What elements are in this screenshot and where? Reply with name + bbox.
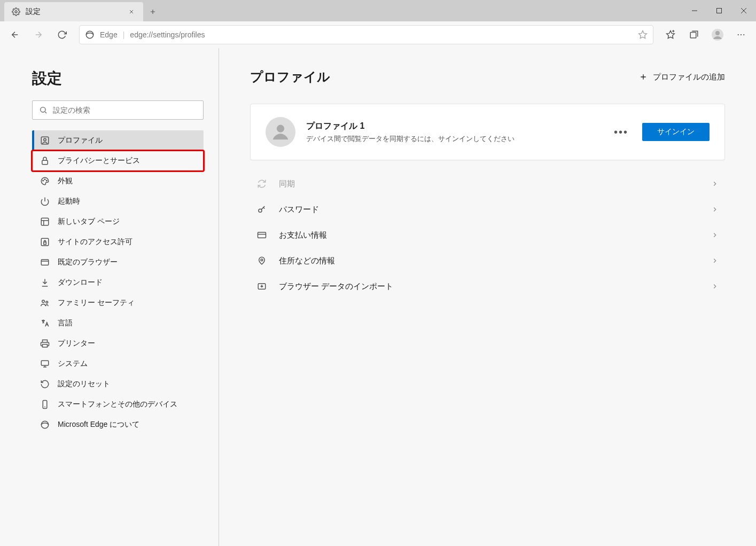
- sidebar-item-site-lock[interactable]: サイトのアクセス許可: [32, 232, 204, 252]
- settings-sidebar: 設定 プロファイルプライバシーとサービス外観起動時新しいタブ ページサイトのアク…: [0, 48, 219, 546]
- power-icon: [40, 197, 50, 206]
- settings-search[interactable]: [32, 100, 204, 120]
- sidebar-item-window-grid[interactable]: 新しいタブ ページ: [32, 212, 204, 232]
- svg-marker-3: [639, 31, 647, 38]
- sidebar-item-label: 起動時: [58, 197, 80, 206]
- profile-more-button[interactable]: •••: [611, 126, 632, 138]
- site-lock-icon: [40, 237, 50, 247]
- settings-row-location[interactable]: 住所などの情報: [250, 248, 725, 274]
- address-bar[interactable]: Edge | edge://settings/profiles: [79, 25, 653, 44]
- sidebar-item-edge[interactable]: Microsoft Edge について: [32, 415, 204, 435]
- profile-avatar-button[interactable]: [707, 24, 728, 45]
- svg-rect-20: [44, 242, 46, 245]
- chevron-right-icon: [711, 283, 719, 290]
- browser-default-icon: [40, 258, 50, 267]
- svg-point-15: [43, 180, 44, 181]
- sidebar-item-family[interactable]: ファミリー セーフティ: [32, 293, 204, 313]
- sidebar-item-label: 外観: [58, 176, 73, 186]
- favorite-star-icon[interactable]: [638, 30, 648, 40]
- sidebar-item-palette[interactable]: 外観: [32, 171, 204, 191]
- settings-row-label: 同期: [279, 179, 699, 189]
- svg-point-13: [44, 138, 46, 141]
- add-profile-button[interactable]: プロファイルの追加: [639, 72, 725, 82]
- svg-point-17: [46, 180, 48, 181]
- key-icon: [256, 205, 267, 214]
- settings-row-sync: 同期: [250, 171, 725, 197]
- settings-row-label: パスワード: [279, 205, 699, 215]
- page-title: プロファイル: [250, 68, 330, 85]
- svg-rect-18: [41, 218, 49, 225]
- chevron-right-icon: [711, 180, 719, 188]
- sidebar-item-label: スマートフォンとその他のデバイス: [58, 400, 177, 409]
- svg-point-11: [41, 107, 45, 112]
- settings-row-key[interactable]: パスワード: [250, 197, 725, 222]
- chevron-right-icon: [711, 231, 719, 239]
- svg-point-2: [86, 31, 93, 38]
- svg-point-16: [44, 179, 45, 180]
- nav-back-button[interactable]: [4, 24, 26, 45]
- printer-icon: [40, 339, 50, 348]
- sidebar-item-printer[interactable]: プリンター: [32, 333, 204, 354]
- tab-close-button[interactable]: [125, 5, 138, 18]
- svg-rect-30: [258, 232, 266, 238]
- reset-icon: [40, 379, 50, 389]
- sidebar-item-user-box[interactable]: プロファイル: [32, 130, 204, 151]
- profile-card: プロファイル 1 デバイス間で閲覧データを同期するには、サインインしてください …: [250, 104, 725, 160]
- chevron-right-icon: [711, 257, 719, 264]
- sidebar-item-phone[interactable]: スマートフォンとその他のデバイス: [32, 394, 204, 415]
- settings-row-card[interactable]: お支払い情報: [250, 222, 725, 248]
- svg-point-28: [277, 125, 284, 132]
- palette-icon: [40, 176, 50, 186]
- nav-forward-button[interactable]: [28, 24, 49, 45]
- settings-search-input[interactable]: [53, 106, 197, 114]
- sidebar-item-reset[interactable]: 設定のリセット: [32, 374, 204, 394]
- favorites-button[interactable]: [660, 24, 681, 45]
- search-icon: [39, 106, 48, 114]
- more-menu-button[interactable]: [730, 24, 752, 45]
- settings-row-import[interactable]: ブラウザー データのインポート: [250, 274, 725, 299]
- add-profile-label: プロファイルの追加: [653, 72, 725, 82]
- sidebar-item-power[interactable]: 起動時: [32, 191, 204, 212]
- window-maximize-button[interactable]: [707, 0, 731, 21]
- url-text: edge://settings/profiles: [130, 30, 633, 39]
- plus-icon: [639, 73, 648, 81]
- sidebar-item-browser-default[interactable]: 既定のブラウザー: [32, 252, 204, 272]
- sync-icon: [256, 179, 267, 189]
- settings-title: 設定: [32, 68, 204, 89]
- sidebar-item-download[interactable]: ダウンロード: [32, 272, 204, 293]
- nav-refresh-button[interactable]: [51, 24, 73, 45]
- sidebar-item-label: Microsoft Edge について: [58, 420, 139, 430]
- collections-button[interactable]: [683, 24, 705, 45]
- svg-point-31: [261, 259, 263, 261]
- new-tab-button[interactable]: [143, 2, 162, 21]
- window-controls: [682, 0, 756, 21]
- sidebar-item-system[interactable]: システム: [32, 354, 204, 374]
- sidebar-item-label: プリンター: [58, 339, 95, 348]
- sidebar-item-lock[interactable]: プライバシーとサービス: [32, 151, 204, 171]
- window-minimize-button[interactable]: [682, 0, 707, 21]
- svg-rect-24: [43, 345, 48, 347]
- settings-row-label: ブラウザー データのインポート: [279, 282, 699, 292]
- svg-point-9: [741, 34, 742, 35]
- card-icon: [256, 230, 267, 240]
- sidebar-item-label: 言語: [58, 318, 73, 328]
- download-icon: [40, 278, 50, 287]
- family-icon: [40, 298, 50, 308]
- window-grid-icon: [40, 217, 50, 227]
- edge-icon: [85, 30, 95, 40]
- profile-avatar: [266, 117, 295, 147]
- sidebar-item-label: ファミリー セーフティ: [58, 298, 135, 308]
- svg-point-10: [743, 34, 744, 35]
- sign-in-button[interactable]: サインイン: [642, 123, 710, 141]
- svg-point-27: [41, 421, 49, 428]
- sidebar-item-language[interactable]: 言語: [32, 313, 204, 333]
- browser-tab[interactable]: 設定: [4, 2, 143, 21]
- profile-name: プロファイル 1: [306, 121, 600, 132]
- system-icon: [40, 359, 50, 369]
- window-close-button[interactable]: [731, 0, 756, 21]
- sidebar-item-label: プライバシーとサービス: [58, 156, 140, 166]
- url-scheme-label: Edge: [100, 30, 118, 39]
- settings-row-label: お支払い情報: [279, 230, 699, 240]
- sidebar-item-label: 設定のリセット: [58, 379, 110, 389]
- location-icon: [256, 256, 267, 266]
